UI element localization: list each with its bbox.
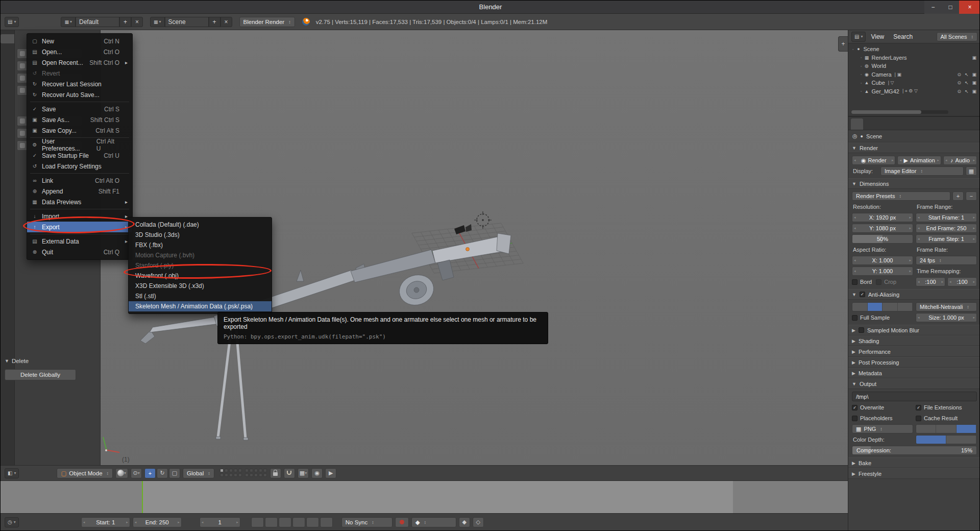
file-menu-item[interactable]: ↻ Recover Last Session	[27, 79, 132, 89]
timeline-menu-item[interactable]	[21, 516, 30, 529]
viewport-menu-item[interactable]	[30, 467, 38, 480]
render-presets-dropdown[interactable]: Render Presets	[852, 191, 950, 201]
output-path-field[interactable]: /tmp\	[852, 392, 977, 401]
file-menu-item[interactable]: ▣ Save Copy... Ctrl Alt S	[27, 125, 132, 136]
file-menu-item[interactable]: ✓ Save Startup File Ctrl U	[27, 150, 132, 161]
outliner-horizontal-scrollbar[interactable]	[851, 110, 948, 114]
tool-shelf-tab[interactable]	[1, 69, 14, 79]
delete-scene-button[interactable]: ×	[220, 17, 232, 27]
color-mode-option[interactable]	[936, 425, 956, 433]
viewport-shading-dropdown[interactable]: ▾	[115, 468, 128, 478]
file-menu-item[interactable]: ▤ Open Recent... Shift Ctrl O	[27, 57, 132, 68]
export-menu-item[interactable]: FBX (.fbx)	[129, 240, 272, 250]
outliner-row[interactable]: ◦ ◍ World	[848, 62, 980, 70]
file-menu-item[interactable]: ↻ Recover Auto Save...	[27, 89, 132, 100]
tool-shelf-tab[interactable]	[1, 46, 14, 55]
top-menu-item[interactable]	[37, 15, 45, 29]
orientation-dropdown[interactable]: Global	[183, 468, 214, 478]
timeline-menu-item[interactable]	[30, 516, 38, 529]
outliner-row[interactable]: ◦ ▲ Cube | ▽	[848, 79, 980, 87]
frame-step-field[interactable]: Frame Step: 1	[916, 234, 977, 244]
record-button[interactable]	[395, 517, 409, 527]
file-menu-item[interactable]	[27, 172, 132, 175]
file-menu-item[interactable]: ∞ Link Ctrl Alt O	[27, 175, 132, 186]
outliner-view-menu[interactable]: View	[867, 30, 888, 43]
cache-result-checkbox[interactable]: Cache Result	[916, 414, 977, 423]
outliner-row[interactable]: ◦ ◉ Camera | ▣	[848, 70, 980, 79]
aspect-x-field[interactable]: X: 1.000	[852, 256, 913, 265]
aa-sample-option[interactable]	[883, 303, 898, 311]
file-menu-item[interactable]: ↓ Import	[27, 211, 132, 222]
properties-tab[interactable]	[930, 118, 943, 130]
audio-button[interactable]: ♪Audio	[943, 156, 977, 165]
file-extensions-checkbox[interactable]: File Extensions	[916, 403, 977, 412]
properties-tab[interactable]	[877, 118, 890, 130]
remove-preset-button[interactable]: −	[966, 191, 977, 201]
properties-tab[interactable]	[904, 118, 916, 130]
cursor-icon[interactable]	[965, 80, 969, 85]
freestyle-panel-header[interactable]: ▶ Freestyle	[848, 468, 980, 479]
bake-panel-header[interactable]: ▶ Bake	[848, 457, 980, 468]
add-scene-button[interactable]: +	[209, 17, 220, 27]
top-menu-item[interactable]	[29, 15, 37, 29]
remap-new-field[interactable]: :100	[947, 277, 977, 286]
export-menu-item[interactable]: Motion Capture (.bvh)	[129, 250, 272, 260]
aa-filter-dropdown[interactable]: Mitchell-Netravali	[916, 302, 977, 311]
insert-keyframe-button[interactable]: ◆	[459, 517, 470, 527]
timeline-menu-item[interactable]	[38, 516, 46, 529]
properties-tab[interactable]	[944, 118, 956, 130]
transport-button[interactable]	[265, 517, 278, 527]
render-engine-dropdown[interactable]: Blender Render	[239, 17, 295, 27]
pin-icon[interactable]: ◎	[852, 133, 857, 139]
top-menu-item[interactable]	[21, 15, 29, 29]
crop-checkbox[interactable]: Crop	[876, 277, 896, 286]
compression-slider[interactable]: Compression:15%	[852, 446, 977, 455]
post-processing-panel-header[interactable]: ▶ Post Processing	[848, 357, 980, 368]
file-menu-item[interactable]: ⚙ User Preferences... Ctrl Alt U	[27, 139, 132, 150]
file-menu-item[interactable]: ▢ New Ctrl N	[27, 36, 132, 46]
layout-name-field[interactable]: Default	[76, 17, 119, 27]
color-mode-option[interactable]	[957, 425, 976, 433]
metadata-panel-header[interactable]: ▶ Metadata	[848, 368, 980, 378]
layers-widget[interactable]	[220, 469, 267, 477]
export-menu-item[interactable]: Collada (Default) (.dae)	[129, 220, 272, 230]
delete-layout-button[interactable]: ×	[131, 17, 143, 27]
add-preset-button[interactable]: +	[952, 191, 964, 201]
top-menu-item[interactable]	[45, 15, 54, 29]
layers-group-1[interactable]	[220, 469, 242, 477]
layers-group-2[interactable]	[245, 469, 267, 477]
viewport-menu-item[interactable]	[38, 467, 46, 480]
outliner-row[interactable]: ◦ ▦ RenderLayers	[848, 54, 980, 62]
output-panel-header[interactable]: ▼ Output	[848, 378, 980, 389]
file-menu-item[interactable]: ▦ Data Previews	[27, 197, 132, 207]
transport-button[interactable]	[279, 517, 291, 527]
scene-name-field[interactable]: Scene	[165, 17, 209, 27]
delete-panel-header[interactable]: ▼ Delete	[5, 358, 91, 364]
color-mode-option[interactable]	[916, 425, 936, 433]
outliner-editor-type-button[interactable]: ▤ ▾	[851, 32, 866, 42]
translate-manipulator-button[interactable]: +	[144, 468, 156, 478]
motion-blur-panel-header[interactable]: ▶ Sampled Motion Blur	[848, 325, 980, 335]
start-frame-prop-field[interactable]: Start Frame: 1	[916, 213, 977, 222]
full-sample-checkbox[interactable]: Full Sample	[852, 313, 913, 322]
editor-type-button[interactable]: ▤ ▾	[5, 17, 19, 27]
color-depth-option[interactable]	[916, 436, 946, 444]
dimensions-panel-header[interactable]: ▼ Dimensions	[848, 178, 980, 189]
render-restrict-icon[interactable]	[972, 89, 976, 94]
file-menu-item[interactable]: ▣ Save As... Shift Ctrl S	[27, 114, 132, 125]
file-menu-item[interactable]: ⊗ Quit Ctrl Q	[27, 247, 132, 257]
browse-layouts-button[interactable]: ▦▾	[61, 17, 76, 27]
file-menu-item[interactable]: ↺ Load Factory Settings	[27, 161, 132, 172]
outliner-row[interactable]: ◦ ▲ Ger_MG42 | ⌖ ⚙ ▽	[848, 87, 980, 96]
export-menu-item[interactable]: Stanford (.ply)	[129, 260, 272, 271]
antialiasing-checkbox[interactable]	[860, 290, 865, 299]
shading-panel-header[interactable]: ▶ Shading	[848, 335, 980, 346]
tool-shelf-tab[interactable]	[1, 34, 14, 43]
aa-sample-option[interactable]	[868, 303, 883, 311]
delete-keyframe-button[interactable]: ◇	[473, 517, 484, 527]
viewport-menu-item[interactable]	[21, 467, 30, 480]
border-checkbox[interactable]: Bord	[852, 277, 872, 286]
transport-button[interactable]	[292, 517, 305, 527]
transport-button[interactable]	[251, 517, 264, 527]
file-menu-item[interactable]: ↑ Export	[27, 222, 132, 232]
